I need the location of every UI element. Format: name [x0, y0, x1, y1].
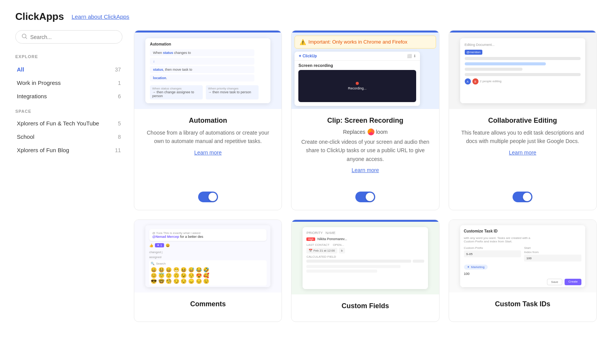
search-box[interactable] [15, 30, 122, 44]
comments-title: Comments [190, 300, 226, 308]
collab-toggle[interactable] [513, 192, 532, 202]
collab-preview: Editing Document... @mention A B 2 peopl… [460, 38, 586, 103]
sidebar-item-blog-label: Xplorers of Fun Blog [17, 147, 69, 153]
sidebar-item-blog-count: 11 [115, 147, 121, 153]
card-custom-ids: Customize Task ID with any word you want… [449, 219, 597, 322]
card-footer-clip [291, 187, 439, 210]
clip-screen-inner: ✦ ClickUp ⬜ ⬇ Screen recording [295, 52, 420, 106]
sidebar-item-school-label: School [17, 133, 34, 140]
cards-area: Automation When status changes to ↓ stat… [134, 30, 597, 349]
search-icon [22, 34, 27, 40]
automation-description: Choose from a library of automations or … [143, 128, 272, 146]
sidebar-item-school-count: 8 [118, 134, 121, 140]
main-layout: EXPLORE All 37 Work in Progress 1 Integr… [0, 30, 612, 364]
sidebar-item-wip-count: 1 [118, 80, 121, 86]
card-automation: Automation When status changes to ↓ stat… [134, 30, 282, 210]
learn-about-link[interactable]: Learn about ClickApps [72, 13, 129, 20]
explore-section-label: EXPLORE [15, 54, 122, 59]
sidebar-item-all-count: 37 [115, 67, 121, 73]
clip-learn-more[interactable]: Learn more [352, 167, 379, 173]
sidebar-item-blog[interactable]: Xplorers of Fun Blog 11 [15, 143, 122, 157]
card-body-clip: Clip: Screen Recording Replaces loom Cre… [291, 109, 439, 187]
clip-title: Clip: Screen Recording [327, 117, 403, 125]
sidebar-item-wip-label: Work in Progress [17, 80, 61, 86]
card-footer-automation [134, 187, 282, 210]
comments-preview: @ Yura This is exactly what I asked @Nen… [145, 225, 271, 287]
loom-text: loom [376, 129, 387, 135]
clip-replaces-text: Replaces [343, 129, 365, 135]
space-section-label: SPACE [15, 109, 122, 114]
loom-logo: loom [368, 128, 387, 135]
sidebar: EXPLORE All 37 Work in Progress 1 Integr… [15, 30, 122, 349]
sidebar-item-wip[interactable]: Work in Progress 1 [15, 76, 122, 89]
collab-title: Collaborative Editing [488, 117, 557, 125]
card-custom-fields: PRIORITY NAME High Nikita Ponomarev... L… [291, 219, 439, 322]
card-image-custom-ids: Customize Task ID with any word you want… [449, 220, 596, 292]
card-body-custom-ids: Custom Task IDs [449, 292, 596, 322]
card-body-comments: Comments [134, 292, 282, 322]
clip-warning: ⚠️ Important: Only works in Chrome and F… [295, 36, 436, 49]
sidebar-item-all-label: All [17, 66, 24, 73]
automation-learn-more[interactable]: Learn more [194, 150, 222, 156]
card-image-collab: Editing Document... @mention A B 2 peopl… [449, 32, 596, 109]
search-input[interactable] [30, 34, 116, 40]
header: ClickApps Learn about ClickApps [0, 0, 612, 30]
sidebar-item-integrations-count: 6 [118, 93, 121, 99]
cards-grid: Automation When status changes to ↓ stat… [134, 30, 597, 322]
custom-ids-preview: Customize Task ID with any word you want… [460, 225, 586, 287]
sidebar-item-youtube-label: Xplorers of Fun & Tech YouTube [17, 120, 99, 127]
custom-ids-title: Custom Task IDs [495, 300, 550, 308]
card-footer-collab [449, 187, 596, 210]
sidebar-item-youtube-count: 5 [118, 120, 121, 127]
automation-title: Automation [189, 117, 227, 125]
clip-toggle-knob [366, 193, 374, 201]
automation-toggle-knob [208, 193, 217, 201]
card-image-custom-fields: PRIORITY NAME High Nikita Ponomarev... L… [291, 222, 439, 294]
sidebar-item-integrations-label: Integrations [17, 93, 47, 99]
sidebar-item-all[interactable]: All 37 [15, 63, 122, 76]
card-image-comments: @ Yura This is exactly what I asked @Nen… [134, 220, 282, 292]
card-image-clip: ⚠️ Important: Only works in Chrome and F… [291, 32, 439, 109]
card-clip: ⚠️ Important: Only works in Chrome and F… [291, 30, 439, 210]
svg-line-1 [26, 37, 27, 39]
custom-fields-title: Custom Fields [342, 302, 389, 310]
sidebar-item-youtube[interactable]: Xplorers of Fun & Tech YouTube 5 [15, 117, 122, 130]
automation-preview: Automation When status changes to ↓ stat… [145, 38, 271, 103]
collab-toggle-knob [523, 193, 531, 201]
card-collab: Editing Document... @mention A B 2 peopl… [449, 30, 597, 210]
card-comments: @ Yura This is exactly what I asked @Nen… [134, 219, 282, 322]
collab-learn-more[interactable]: Learn more [509, 150, 537, 156]
automation-toggle[interactable] [198, 192, 218, 202]
card-body-automation: Automation Choose from a library of auto… [134, 109, 282, 187]
card-body-collab: Collaborative Editing This feature allow… [449, 109, 596, 187]
card-image-automation: Automation When status changes to ↓ stat… [134, 32, 282, 109]
loom-icon [368, 128, 374, 135]
clip-preview: ⚠️ Important: Only works in Chrome and F… [291, 32, 439, 109]
clip-subtitle: Replaces loom [343, 128, 388, 135]
card-body-custom-fields: Custom Fields [291, 294, 439, 322]
clip-warning-text: Important: Only works in Chrome and Fire… [308, 39, 407, 45]
clip-toggle[interactable] [355, 192, 375, 202]
sidebar-item-integrations[interactable]: Integrations 6 [15, 89, 122, 103]
page: ClickApps Learn about ClickApps EXPLORE … [0, 0, 612, 364]
custom-fields-preview: PRIORITY NAME High Nikita Ponomarev... L… [303, 227, 428, 289]
sidebar-item-school[interactable]: School 8 [15, 130, 122, 143]
clip-description: Create one-click videos of your screen a… [301, 138, 430, 163]
app-title: ClickApps [15, 11, 64, 23]
collab-description: This feature allows you to edit task des… [458, 128, 587, 146]
warning-icon: ⚠️ [299, 39, 306, 45]
